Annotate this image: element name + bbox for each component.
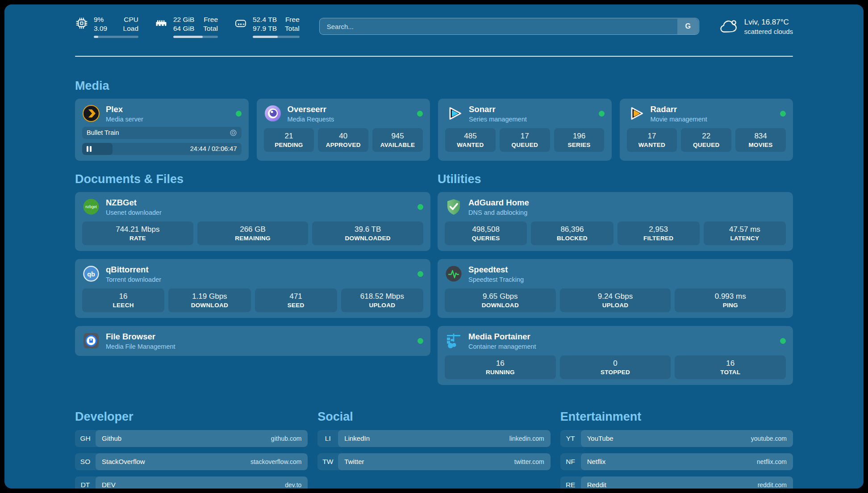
ram-total-label: Total (203, 24, 218, 33)
link-url: twitter.com (514, 458, 544, 465)
disk-progress-fill (253, 36, 278, 38)
disk-free-label: Free (285, 15, 300, 24)
link-row-reddit[interactable]: RE Redditreddit.com (560, 476, 793, 489)
playback-progress-row[interactable]: 24:44 / 02:06:47 (82, 143, 242, 155)
status-dot (417, 111, 423, 117)
app-card-overseerr[interactable]: Overseerr Media Requests 21PENDING 40APP… (257, 99, 430, 161)
link-url: linkedin.com (509, 435, 544, 442)
link-abbr: DT (75, 481, 96, 489)
stat-tile: 21PENDING (264, 128, 314, 152)
header-divider (75, 56, 793, 57)
speedtest-icon (445, 265, 463, 283)
app-card-adguard[interactable]: AdGuard Home DNS and adblocking 498,508Q… (438, 192, 793, 251)
app-card-qbittorrent[interactable]: qb qBittorrent Torrent downloader 16LEEC… (75, 259, 430, 318)
weather-location-temp: Lviv, 16.87°C (744, 17, 793, 28)
status-dot (236, 111, 242, 117)
nzbget-icon: nzbget (82, 198, 100, 216)
card-title: AdGuard Home (468, 198, 529, 208)
link-name: StackOverflow (102, 458, 145, 465)
stat-tile: 744.21 MbpsRATE (82, 221, 193, 245)
screen-frame: 9%CPU 3.09Load 22 GiBF (0, 0, 868, 493)
card-subtitle: Torrent downloader (106, 276, 161, 283)
card-title: Plex (106, 104, 143, 114)
card-subtitle: Container management (468, 343, 536, 350)
app-card-sonarr[interactable]: Sonarr Series management 485WANTED 17QUE… (438, 99, 612, 161)
link-row-stackoverflow[interactable]: SO StackOverflowstackoverflow.com (75, 453, 308, 470)
svg-text:qb: qb (87, 271, 95, 278)
card-subtitle: Usenet downloader (106, 209, 162, 216)
app-card-nzbget[interactable]: nzbget NZBGet Usenet downloader 744.21 M… (75, 192, 430, 251)
cpu-load-label: Load (123, 24, 138, 33)
card-title: Media Portainer (468, 332, 536, 342)
link-abbr: SO (75, 458, 96, 466)
app-card-radarr[interactable]: Radarr Movie management 17WANTED 22QUEUE… (620, 99, 793, 161)
top-bar: 9%CPU 3.09Load 22 GiBF (75, 15, 793, 38)
links-column-developer: Developer GH Githubgithub.com SO StackOv… (75, 410, 308, 489)
link-row-dev[interactable]: DT DEVdev.to (75, 476, 308, 489)
stat-tile: 17QUEUED (500, 128, 550, 152)
ram-free: 22 GiB (173, 15, 194, 24)
link-url: reddit.com (758, 481, 787, 489)
plex-icon (82, 104, 100, 122)
cpu-label: CPU (124, 15, 138, 24)
app-card-plex[interactable]: Plex Media server Bullet Train 24:44 / 0… (75, 99, 249, 161)
circle-dot-icon[interactable] (230, 129, 237, 137)
adguard-icon (445, 198, 463, 216)
card-title: Overseerr (288, 104, 334, 114)
cpu-icon (75, 17, 88, 30)
search-input[interactable] (319, 18, 699, 35)
now-playing-row: Bullet Train (82, 127, 242, 139)
qbittorrent-icon: qb (82, 265, 100, 283)
link-name: Netflix (587, 458, 606, 465)
link-name: Github (102, 435, 121, 442)
section-title-social: Social (317, 410, 550, 424)
search-engine-button[interactable]: G (677, 19, 698, 34)
stat-tile: 9.65 GbpsDOWNLOAD (445, 288, 556, 312)
playback-time: 24:44 / 02:06:47 (190, 145, 237, 152)
card-title: NZBGet (106, 198, 162, 208)
ram-free-label: Free (204, 15, 218, 24)
status-dot (780, 338, 786, 344)
card-title: qBittorrent (106, 265, 161, 275)
status-dot (417, 204, 423, 210)
stat-tile: 86,396BLOCKED (531, 221, 613, 245)
card-subtitle: Media server (106, 116, 143, 123)
disk-free: 52.4 TB (253, 15, 277, 24)
stat-tile: 471SEED (255, 288, 337, 312)
section-title-entertainment: Entertainment (560, 410, 793, 424)
weather-condition: scattered clouds (744, 28, 793, 35)
status-dot (417, 271, 423, 277)
link-row-twitter[interactable]: TW Twittertwitter.com (317, 453, 550, 470)
app-card-filebrowser[interactable]: File Browser Media File Management (75, 326, 430, 356)
cpu-usage: 9% (94, 15, 104, 24)
link-name: Twitter (344, 458, 364, 465)
ram-widget: 22 GiBFree 64 GiBTotal (154, 15, 218, 38)
stat-tile: 196SERIES (554, 128, 605, 152)
pause-icon[interactable] (87, 146, 92, 152)
card-subtitle: Media Requests (288, 116, 334, 123)
stat-tile: 47.57 msLATENCY (704, 221, 786, 245)
link-row-youtube[interactable]: YT YouTubeyoutube.com (560, 430, 793, 447)
svg-text:nzbget: nzbget (85, 205, 97, 209)
cpu-load: 3.09 (94, 24, 107, 33)
stat-tile: 16RUNNING (445, 355, 556, 379)
link-abbr: LI (317, 435, 338, 443)
card-title: Speedtest (468, 265, 524, 275)
disk-total-label: Total (285, 24, 300, 33)
card-subtitle: DNS and adblocking (468, 209, 529, 216)
disk-widget: 52.4 TBFree 97.9 TBTotal (234, 15, 300, 38)
link-row-linkedin[interactable]: LI LinkedInlinkedin.com (317, 430, 550, 447)
app-card-portainer[interactable]: Media Portainer Container management 16R… (438, 326, 793, 385)
link-name: LinkedIn (344, 435, 370, 442)
dashboard: 9%CPU 3.09Load 22 GiBF (4, 4, 864, 489)
link-url: netflix.com (757, 458, 787, 465)
link-url: dev.to (285, 481, 301, 489)
link-row-netflix[interactable]: NF Netflixnetflix.com (560, 453, 793, 470)
link-row-github[interactable]: GH Githubgithub.com (75, 430, 308, 447)
links-column-entertainment: Entertainment YT YouTubeyoutube.com NF N… (560, 410, 793, 489)
app-card-speedtest[interactable]: Speedtest Speedtest Tracking 9.65 GbpsDO… (438, 259, 793, 318)
disk-total: 97.9 TB (253, 24, 277, 33)
sonarr-icon (445, 104, 463, 122)
stat-tile: 16LEECH (82, 288, 164, 312)
card-title: Radarr (651, 104, 707, 114)
